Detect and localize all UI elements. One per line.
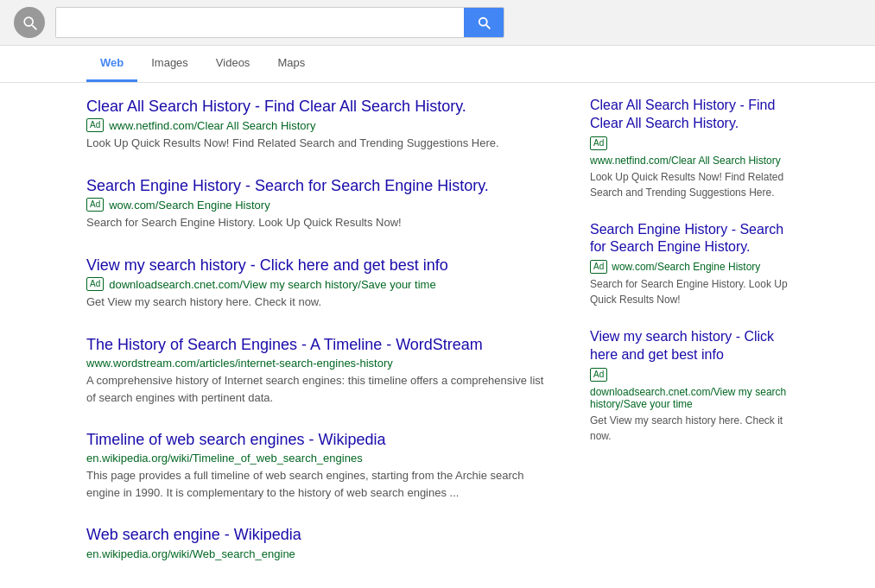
left-column: Clear All Search History - Find Clear Al…	[86, 97, 555, 588]
sidebar-url-line: Ad wow.com/Search Engine History	[590, 260, 789, 274]
result-url-line: Ad www.netfind.com/Clear All Search Hist…	[86, 118, 555, 132]
sidebar-title[interactable]: Clear All Search History - Find Clear Al…	[590, 97, 789, 133]
result-title[interactable]: View my search history - Click here and …	[86, 256, 555, 275]
sidebar-item: View my search history - Click here and …	[590, 328, 789, 444]
result-url-line: www.wordstream.com/articles/internet-sea…	[86, 357, 555, 370]
search-box: search engine history	[55, 7, 504, 38]
tabs: Web Images Videos Maps	[0, 46, 875, 83]
search-input[interactable]: search engine history	[56, 8, 464, 37]
result-item: Web search engine - Wikipedia en.wikiped…	[86, 525, 555, 560]
sidebar-item: Clear All Search History - Find Clear Al…	[590, 97, 789, 200]
ad-badge: Ad	[590, 260, 607, 274]
result-url: en.wikipedia.org/wiki/Web_search_engine	[86, 547, 295, 560]
result-desc: A comprehensive history of Internet sear…	[86, 372, 555, 406]
result-url: downloadsearch.cnet.com/View my search h…	[109, 278, 435, 291]
svg-point-0	[24, 17, 33, 26]
tab-images[interactable]: Images	[137, 46, 202, 82]
result-url-line: Ad wow.com/Search Engine History	[86, 198, 555, 212]
tab-maps[interactable]: Maps	[263, 46, 319, 82]
result-url-line: en.wikipedia.org/wiki/Timeline_of_web_se…	[86, 452, 555, 465]
result-item: Clear All Search History - Find Clear Al…	[86, 97, 555, 152]
result-desc: Look Up Quick Results Now! Find Related …	[86, 135, 555, 152]
result-title[interactable]: Clear All Search History - Find Clear Al…	[86, 97, 555, 117]
ad-badge: Ad	[590, 368, 607, 382]
header: search engine history	[0, 0, 875, 46]
result-url-line: Ad downloadsearch.cnet.com/View my searc…	[86, 277, 555, 291]
result-item: Timeline of web search engines - Wikiped…	[86, 430, 555, 501]
result-url: wow.com/Search Engine History	[109, 199, 269, 212]
result-title[interactable]: Timeline of web search engines - Wikiped…	[86, 430, 555, 450]
search-button[interactable]	[464, 8, 504, 37]
result-item: View my search history - Click here and …	[86, 256, 555, 311]
ad-badge: Ad	[86, 118, 104, 132]
sidebar-item: Search Engine History - Search for Searc…	[590, 221, 789, 308]
sidebar-desc: Look Up Quick Results Now! Find Related …	[590, 169, 789, 200]
sidebar-title[interactable]: Search Engine History - Search for Searc…	[590, 221, 789, 257]
right-column: Clear All Search History - Find Clear Al…	[590, 97, 789, 588]
sidebar-desc: Get View my search history here. Check i…	[590, 413, 789, 444]
result-item: The History of Search Engines - A Timeli…	[86, 335, 555, 406]
result-title[interactable]: Search Engine History - Search for Searc…	[86, 176, 555, 196]
ad-badge: Ad	[86, 198, 104, 212]
sidebar-url-line: Ad downloadsearch.cnet.com/View my searc…	[590, 368, 789, 410]
sidebar-desc: Search for Search Engine History. Look U…	[590, 276, 789, 307]
sidebar-url: downloadsearch.cnet.com/View my search h…	[590, 386, 789, 410]
sidebar-url: wow.com/Search Engine History	[612, 261, 760, 273]
result-desc: Get View my search history here. Check i…	[86, 294, 555, 311]
tab-web[interactable]: Web	[86, 46, 137, 82]
sidebar-url-line: Ad www.netfind.com/Clear All Search Hist…	[590, 136, 789, 167]
result-title[interactable]: Web search engine - Wikipedia	[86, 525, 555, 545]
sidebar-title[interactable]: View my search history - Click here and …	[590, 328, 789, 364]
svg-line-1	[32, 25, 36, 29]
result-url: en.wikipedia.org/wiki/Timeline_of_web_se…	[86, 452, 363, 465]
result-url: www.wordstream.com/articles/internet-sea…	[86, 357, 393, 370]
result-item: Search Engine History - Search for Searc…	[86, 176, 555, 231]
result-title[interactable]: The History of Search Engines - A Timeli…	[86, 335, 555, 355]
ad-badge: Ad	[86, 277, 104, 291]
result-url: www.netfind.com/Clear All Search History	[109, 119, 315, 132]
logo-icon	[14, 7, 45, 38]
sidebar-url: www.netfind.com/Clear All Search History	[590, 155, 781, 167]
result-desc: This page provides a full timeline of we…	[86, 467, 555, 501]
tab-videos[interactable]: Videos	[202, 46, 264, 82]
main-content: Clear All Search History - Find Clear Al…	[0, 83, 875, 588]
ad-badge: Ad	[590, 136, 607, 150]
result-desc: Search for Search Engine History. Look U…	[86, 214, 555, 231]
result-url-line: en.wikipedia.org/wiki/Web_search_engine	[86, 547, 555, 560]
